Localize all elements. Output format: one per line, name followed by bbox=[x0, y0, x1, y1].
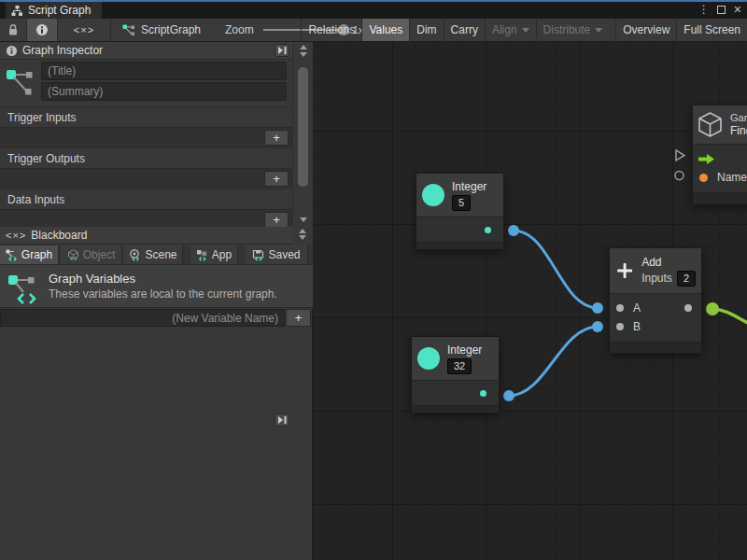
graph-canvas[interactable]: Integer 5 Integer 32 bbox=[313, 42, 747, 560]
tab-saved[interactable]: Saved bbox=[246, 245, 308, 264]
inspector-scrollbar[interactable] bbox=[292, 42, 313, 226]
blackboard-title: Blackboard bbox=[31, 229, 87, 242]
graph-breadcrumb[interactable]: ScriptGraph bbox=[122, 19, 201, 41]
data-port-circle[interactable] bbox=[675, 172, 684, 180]
zoom-label: Zoom bbox=[225, 19, 254, 41]
tab-scene[interactable]: Scene bbox=[124, 245, 183, 264]
add-output-port[interactable] bbox=[684, 304, 692, 312]
scroll-down-icon[interactable] bbox=[300, 217, 307, 222]
node-title: Integer bbox=[447, 343, 482, 357]
graph-variables-icon bbox=[7, 272, 39, 307]
dock-panel-button[interactable] bbox=[275, 44, 289, 57]
wire-endpoint-blue[interactable] bbox=[508, 225, 519, 236]
graph-variables-description: These variables are local to the current… bbox=[49, 287, 277, 301]
add-trigger-input-button[interactable]: + bbox=[264, 130, 289, 146]
dock-blackboard-button[interactable] bbox=[275, 413, 289, 427]
integer-node-bottom[interactable]: Integer 32 bbox=[411, 336, 500, 413]
graph-inspector-title: Graph Inspector bbox=[22, 44, 103, 57]
tab-script-graph[interactable]: Script Graph bbox=[6, 2, 102, 19]
trigger-arrow-icon[interactable] bbox=[698, 154, 714, 164]
scene-tab-icon bbox=[129, 249, 141, 261]
graph-variables-heading: Graph Variables bbox=[49, 272, 277, 286]
node-title: Find bbox=[730, 124, 747, 137]
game-object-cube-icon bbox=[698, 111, 723, 138]
tab-graph[interactable]: Graph bbox=[0, 245, 59, 264]
info-outline-icon bbox=[6, 45, 18, 57]
name-input-port[interactable] bbox=[699, 174, 708, 182]
integer-value-field[interactable]: 5 bbox=[452, 195, 471, 211]
scroll-up-icon[interactable] bbox=[299, 229, 306, 233]
toolbar: <×> ScriptGraph Zoom 1x Relations Values… bbox=[0, 19, 747, 42]
new-variable-input[interactable] bbox=[0, 309, 285, 327]
close-icon[interactable]: × bbox=[734, 5, 741, 14]
chevron-down-icon bbox=[595, 28, 602, 33]
port-b-label: B bbox=[633, 320, 641, 333]
add-trigger-output-button[interactable]: + bbox=[264, 171, 289, 187]
node-footer bbox=[693, 192, 747, 204]
focus-accent-line bbox=[0, 0, 747, 2]
wire-integer5-to-add-a[interactable] bbox=[514, 231, 598, 308]
add-node[interactable]: Add Inputs 2 A B bbox=[609, 247, 702, 354]
find-node-outer-ports bbox=[672, 147, 687, 186]
port-a-label: A bbox=[633, 301, 641, 315]
node-title: Integer bbox=[452, 180, 486, 193]
scroll-down-icon[interactable] bbox=[300, 52, 307, 57]
dock-icon bbox=[277, 415, 288, 425]
full-screen-button[interactable]: Full Screen bbox=[676, 19, 747, 41]
window-menu-icon[interactable]: ⋮ bbox=[698, 3, 709, 16]
blackboard-scroll-arrows[interactable] bbox=[292, 227, 313, 245]
graph-variables-icon-large bbox=[6, 63, 35, 101]
wire-integer32-to-add-b[interactable] bbox=[509, 327, 598, 396]
chevron-down-icon bbox=[522, 28, 529, 33]
integer-output-port[interactable] bbox=[480, 390, 486, 397]
carry-button[interactable]: Carry bbox=[444, 19, 485, 41]
tab-label: Script Graph bbox=[28, 4, 91, 17]
graph-variables-block: Graph Variables These variables are loca… bbox=[0, 264, 313, 308]
trigger-port-triangle[interactable] bbox=[676, 150, 684, 161]
align-dropdown[interactable]: Align bbox=[485, 19, 536, 41]
scrollbar-thumb[interactable] bbox=[298, 67, 308, 187]
distribute-dropdown[interactable]: Distribute bbox=[536, 19, 610, 41]
script-graph-window: Script Graph ⋮ × bbox=[0, 0, 747, 560]
integer-type-icon bbox=[422, 184, 444, 206]
inputs-count-field[interactable]: 2 bbox=[677, 271, 696, 287]
node-footer bbox=[610, 342, 701, 353]
graph-title-input[interactable] bbox=[41, 62, 287, 80]
find-node[interactable]: Game Find Name bbox=[692, 105, 747, 205]
trigger-outputs-list: + bbox=[0, 168, 292, 189]
port-b-input[interactable] bbox=[616, 323, 624, 330]
inspector-toggle-button[interactable] bbox=[27, 19, 58, 41]
object-tab-icon bbox=[67, 249, 79, 261]
scroll-up-icon[interactable] bbox=[300, 45, 307, 49]
values-button[interactable]: Values bbox=[361, 19, 409, 41]
scroll-down-icon[interactable] bbox=[299, 235, 306, 240]
integer-output-port[interactable] bbox=[485, 227, 491, 233]
relations-button[interactable]: Relations bbox=[301, 19, 361, 41]
blackboard-toggle-button[interactable]: <×> bbox=[58, 19, 111, 41]
node-subtitle: Game bbox=[730, 112, 747, 123]
side-panel: Graph Inspector bbox=[0, 42, 313, 560]
tab-object[interactable]: Object bbox=[61, 245, 122, 264]
graph-inspector-header: Graph Inspector bbox=[0, 42, 292, 60]
add-data-input-button[interactable]: + bbox=[264, 212, 289, 228]
overview-button[interactable]: Overview bbox=[615, 19, 676, 41]
node-title: Add bbox=[641, 256, 696, 269]
tab-app[interactable]: App bbox=[190, 245, 238, 264]
wire-endpoint-blue[interactable] bbox=[592, 321, 603, 332]
integer-value-field[interactable]: 32 bbox=[447, 358, 472, 374]
graph-tab-icon bbox=[6, 249, 18, 261]
wire-endpoint-green[interactable] bbox=[706, 302, 719, 315]
maximize-icon[interactable] bbox=[717, 6, 726, 14]
saved-tab-icon bbox=[252, 249, 264, 261]
lock-button[interactable] bbox=[0, 19, 27, 41]
dim-button[interactable]: Dim bbox=[409, 19, 443, 41]
wire-endpoint-blue[interactable] bbox=[592, 302, 603, 314]
add-variable-button[interactable]: + bbox=[286, 309, 311, 327]
new-variable-row: + bbox=[0, 309, 313, 328]
inputs-label: Inputs bbox=[641, 272, 672, 285]
graph-summary-input[interactable] bbox=[41, 82, 287, 101]
integer-node-top[interactable]: Integer 5 bbox=[416, 173, 504, 250]
integer-type-icon bbox=[417, 347, 440, 370]
port-a-input[interactable] bbox=[616, 304, 624, 312]
wire-endpoint-blue[interactable] bbox=[503, 390, 514, 401]
